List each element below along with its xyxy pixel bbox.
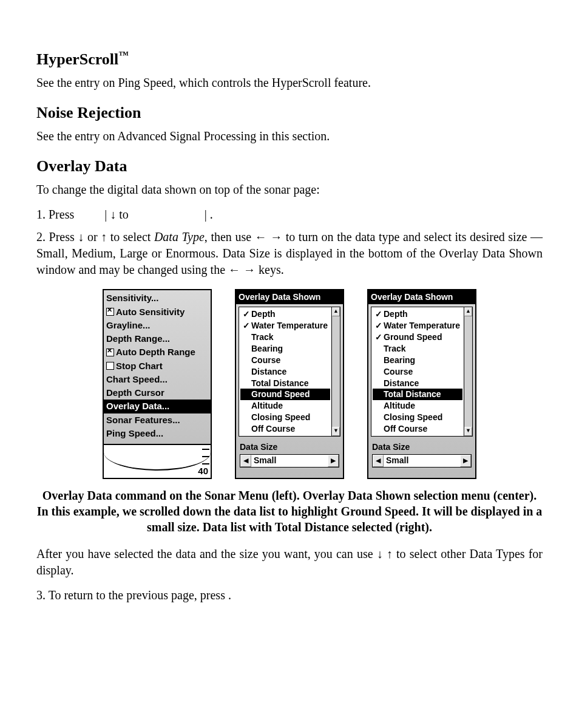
list-item[interactable]: ✓Depth [240,308,330,320]
overlay-right-listbox[interactable]: ✓Depth✓Water Temperature✓Ground SpeedTra… [371,307,473,437]
list-item-label: Course [251,355,280,366]
sonar-menu-item[interactable]: Auto Sensitivity [106,305,208,319]
list-item-label: Closing Speed [384,412,442,423]
menu-item-label: Overlay Data... [106,400,169,412]
scrollbar[interactable]: ▲ ▼ [464,307,472,436]
list-item-label: Water Temperature [251,320,328,332]
list-item[interactable]: ✓Ground Speed [373,332,462,343]
step2-datatype: Data Type [154,230,205,243]
overlay-center-listbox[interactable]: ✓Depth✓Water TemperatureTrackBearingCour… [239,307,340,437]
menu-item-label: Chart Speed... [106,373,168,386]
list-item-label: Total Distance [251,378,309,389]
menu-item-label: Auto Depth Range [116,346,195,358]
step1-a: 1. Press [36,208,77,221]
step1-e: . [210,208,213,221]
list-item-label: Bearing [384,355,415,366]
list-item-label: Ground Speed [251,389,310,400]
size-left-button[interactable]: ◀ [373,455,384,467]
scroll-down-button[interactable]: ▼ [464,427,472,436]
list-item-label: Total Distance [384,389,441,400]
list-item[interactable]: Distance [240,366,330,378]
scrollbar[interactable]: ▲ ▼ [331,307,340,436]
size-value: Small [251,455,328,467]
after-paragraph: After you have selected the data and the… [36,546,543,579]
list-item[interactable]: ✓Water Temperature [373,320,462,332]
menu-item-label: Stop Chart [116,360,163,372]
sonar-menu-item[interactable]: Depth Cursor [106,386,208,400]
scroll-up-button[interactable]: ▲ [332,307,340,316]
list-item[interactable]: Off Course [373,423,462,435]
sonar-menu-item[interactable]: Grayline... [106,319,208,332]
data-size-label: Data Size [236,439,343,453]
list-item[interactable]: Altitude [373,400,462,412]
sonar-menu-item[interactable]: Stop Chart [106,359,208,373]
sonar-preview: 40 [104,444,211,478]
scroll-down-button[interactable]: ▼ [332,427,340,436]
overlay-intro: To change the digital data shown on top … [36,182,543,198]
step2-a: 2. Press ↓ or ↑ to select [36,230,154,243]
list-item-label: Off Course [384,423,427,435]
check-icon: ✓ [243,320,250,332]
list-item-label: Distance [384,378,419,389]
size-right-button[interactable]: ▶ [328,455,339,467]
sonar-menu-item[interactable]: Chart Speed... [106,373,208,386]
menu-item-label: Depth Cursor [106,387,164,399]
list-item-label: Distance [251,366,286,378]
sonar-menu-list: Sensitivity...Auto SensitivityGrayline..… [104,290,211,444]
list-item[interactable]: ✓Water Temperature [240,320,330,332]
sonar-tick [202,463,209,464]
sonar-menu-item[interactable]: Sensitivity... [106,291,208,305]
list-item[interactable]: Track [240,332,330,343]
sonar-menu-item[interactable]: Sonar Features... [106,413,208,427]
list-item[interactable]: Course [240,355,330,366]
step1-sep1: | [104,208,107,221]
list-item-label: Altitude [251,400,283,412]
heading-hyperscroll: HyperScroll™ [36,49,543,70]
size-left-button[interactable]: ◀ [240,455,251,467]
list-item-label: Off Course [251,423,295,435]
size-right-button[interactable]: ▶ [460,455,471,467]
list-item[interactable]: Total Distance [240,378,330,389]
sonar-menu-panel: Sensitivity...Auto SensitivityGrayline..… [103,289,212,479]
list-item[interactable]: Ground Speed [240,389,330,400]
menu-item-label: Grayline... [106,319,151,332]
list-item[interactable]: Bearing [240,343,330,355]
sonar-menu-item[interactable]: Auto Depth Range [106,345,208,359]
overlay-panel-center: Overlay Data Shown ✓Depth✓Water Temperat… [235,289,344,479]
list-item[interactable]: Off Course [240,423,330,435]
sonar-menu-item[interactable]: Overlay Data... [104,400,211,413]
menu-item-label: Ping Speed... [106,427,163,440]
checkbox-icon[interactable] [106,362,114,370]
data-size-selector[interactable]: ◀ Small ▶ [372,454,472,468]
sonar-depth-number: 40 [198,465,208,477]
list-item-label: Depth [251,308,276,320]
list-item-label: Track [384,343,406,355]
list-item[interactable]: Course [373,366,462,378]
overlay-right-items: ✓Depth✓Water Temperature✓Ground SpeedTra… [371,307,464,436]
step-1: 1. Press | ↓ to | . [36,206,543,223]
check-icon: ✓ [375,308,382,320]
list-item[interactable]: ✓Depth [373,308,462,320]
list-item[interactable]: Track [373,343,462,355]
list-item[interactable]: Bearing [373,355,462,366]
sonar-menu-item[interactable]: Depth Range... [106,332,208,345]
hyperscroll-body: See the entry on Ping Speed, which contr… [36,75,543,91]
list-item[interactable]: Closing Speed [240,412,330,423]
sonar-tick [202,456,209,457]
overlay-panel-right: Overlay Data Shown ✓Depth✓Water Temperat… [367,289,476,479]
list-item[interactable]: Distance [373,378,462,389]
list-item[interactable]: Closing Speed [373,412,462,423]
list-item[interactable]: Altitude [240,400,330,412]
checkbox-icon[interactable] [106,308,114,316]
step-2: 2. Press ↓ or ↑ to select Data Type, the… [36,229,543,278]
step1-c: ↓ to [110,208,132,221]
data-size-selector[interactable]: ◀ Small ▶ [240,454,339,468]
sonar-tick [202,449,209,450]
check-icon: ✓ [243,308,250,320]
list-item[interactable]: Total Distance [373,389,462,400]
step-3: 3. To return to the previous page, press… [36,587,543,604]
sonar-menu-item[interactable]: Ping Speed... [106,427,208,440]
overlay-center-title: Overlay Data Shown [236,290,343,304]
checkbox-icon[interactable] [106,349,114,356]
scroll-up-button[interactable]: ▲ [464,307,472,316]
